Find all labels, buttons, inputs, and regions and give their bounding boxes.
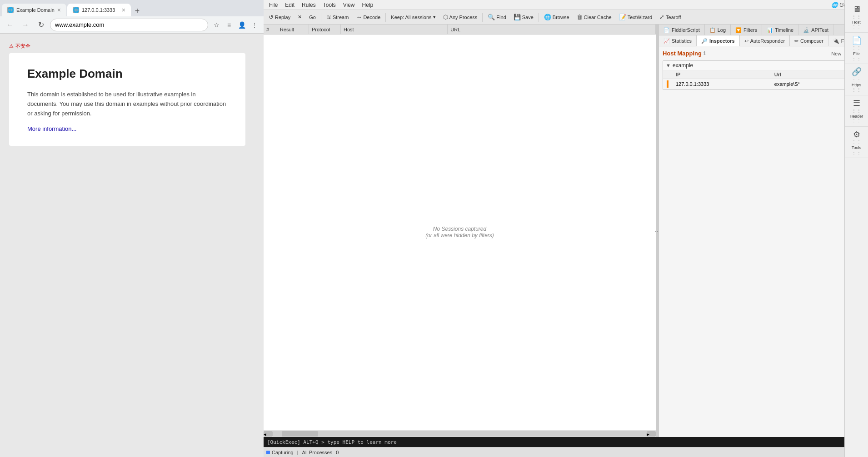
bottom-tabs-row: 📈 Statistics 🔎 Inspectors ↩ AutoResponde… [659,35,868,46]
header-dots2: ⋮⋮ [852,119,862,124]
more-info-link[interactable]: More information... [27,125,76,132]
tab-filters[interactable]: 🔽 Filters [731,25,762,35]
fplug-icon: 🔌 [833,38,839,44]
sidebar-icon-https[interactable]: 🔗 ⋮⋮ Https ⋮⋮ [845,64,868,95]
hm-group: ▼ example IP Url [663,60,864,90]
scroll-track[interactable] [273,431,647,437]
hm-row-ip: 127.0.0.1:3333 [672,79,771,89]
hm-group-toggle[interactable]: ▼ [666,63,671,68]
header-dots: ⋮⋮ [852,108,862,113]
tab-autoresponder[interactable]: ↩ AutoResponder [740,35,790,46]
account-button[interactable]: 👤 [236,20,247,30]
find-button[interactable]: 🔍 Find [484,12,509,23]
stream-icon: ≋ [326,14,331,20]
sessions-scrollbar[interactable]: ◂ ▸ [264,430,656,437]
back-button[interactable]: ← [4,19,16,31]
tab-inspectors[interactable]: 🔎 Inspectors [697,35,740,46]
tab-composer[interactable]: ✏ Composer [790,35,828,46]
decode-icon: ↔ [356,14,362,20]
col-url: URL [448,25,656,34]
text-wizard-button[interactable]: 📝 TextWizard [616,12,655,23]
tab-fiddler-script[interactable]: 📄 FiddlerScript [659,25,705,35]
menu-file[interactable]: File [265,1,281,9]
keep-sessions-button[interactable]: Keep: All sessions ▾ [388,12,439,23]
separator-2 [385,13,386,22]
replay-button[interactable]: ↺ Replay [265,12,294,23]
sidebar-icon-file[interactable]: 📄 ⋮⋮ File ⋮⋮ [845,33,868,64]
menu-tools[interactable]: Tools [319,1,339,9]
close-replay-button[interactable]: ✕ [294,12,305,23]
file-label: File [853,51,860,56]
browser-tab-2[interactable]: 🌐 127.0.0.1:3333 × [67,4,131,16]
menu-edit[interactable]: Edit [281,1,298,9]
sidebar-icon-tools[interactable]: ⚙ ⋮⋮ Tools ⋮⋮ [845,127,868,158]
tab-timeline[interactable]: 📊 Timeline [762,25,798,35]
browser-tab-1[interactable]: 🌐 Example Domain × [2,4,66,16]
header-icon: ☰ [853,98,860,108]
tab-statistics[interactable]: 📈 Statistics [659,35,697,46]
sidebar-icon-header[interactable]: ☰ ⋮⋮ Header ⋮⋮ [845,95,868,127]
menu-button[interactable]: ⋮ [249,20,260,30]
sessions-header: # Result Protocol Host URL [264,25,656,35]
new-tab-button[interactable]: + [132,5,143,16]
warning-text: 不安全 [15,43,30,50]
https-dots: ⋮⋮ [852,77,862,82]
process-label: All Processes [302,450,333,455]
scroll-thumb[interactable] [282,431,318,437]
menu-rules[interactable]: Rules [298,1,319,9]
scroll-right[interactable]: ▸ [647,431,656,437]
clear-cache-button[interactable]: 🗑 Clear Cache [574,12,615,23]
hm-new-button[interactable]: New [831,51,841,56]
right-panel: 📄 FiddlerScript 📋 Log 🔽 Filters 📊 Timeli… [659,25,868,437]
toolbar-actions: ☆ ≡ 👤 ⋮ [211,20,260,30]
fiddler-menu: File Edit Rules Tools View Help 🌐 GeoEdg… [264,0,868,10]
separator-3 [482,13,483,22]
menu-help[interactable]: Help [359,1,377,9]
tearoff-icon: ⤢ [659,14,664,20]
find-icon: 🔍 [488,14,495,20]
reload-button[interactable]: ↻ [35,19,47,31]
tab-apitest[interactable]: 🔬 APITest [798,25,833,35]
page-card: Example Domain This domain is establishe… [9,53,245,146]
tab-close-1[interactable]: × [57,6,61,14]
tab-favicon-1: 🌐 [7,7,14,13]
capturing-label: Capturing [272,450,294,455]
fiddler-pane: File Edit Rules Tools View Help 🌐 GeoEdg… [264,0,868,457]
hm-header: Host Mapping ℹ New Disabled [663,50,864,57]
right-sidebar: 🖥 ⋮⋮ Host ⋮⋮ 📄 ⋮⋮ File ⋮⋮ 🔗 ⋮⋮ Https ⋮⋮ … [844,25,868,437]
scroll-left[interactable]: ◂ [264,431,273,437]
browser-tabs: 🌐 Example Domain × 🌐 127.0.0.1:3333 × + [0,0,264,16]
separator-4 [539,13,539,22]
capture-indicator [266,451,270,454]
browse-button[interactable]: 🌐 Browse [541,12,573,23]
hm-col-indicator [663,70,672,79]
forward-button[interactable]: → [19,19,32,31]
save-button[interactable]: 💾 Save [510,12,537,23]
fiddler-content: # Result Protocol Host URL No Sessions c… [264,25,868,437]
hm-table-row[interactable]: 127.0.0.1:3333 example\S* ✓ [663,79,864,89]
go-button[interactable]: Go [306,12,319,23]
status-separator: | [297,450,299,455]
tab-log[interactable]: 📋 Log [705,25,731,35]
chevron-down-icon: ▾ [433,14,436,20]
process-icon: ⬡ [443,14,448,20]
page-heading: Example Domain [27,67,227,81]
tearoff-button[interactable]: ⤢ Tearoff [656,12,684,23]
quickexec-bar[interactable]: [QuickExec] ALT+Q > type HELP to learn m… [264,437,868,447]
any-process-button[interactable]: ⬡ Any Process [440,12,481,23]
address-bar[interactable] [50,19,208,31]
bookmark-button[interactable]: ☆ [211,20,222,30]
reader-button[interactable]: ≡ [224,20,234,30]
hm-col-ip: IP [672,70,771,79]
sessions-panel: # Result Protocol Host URL No Sessions c… [264,25,656,437]
stream-button[interactable]: ≋ Stream [323,12,352,23]
fiddler-toolbar: ↺ Replay ✕ Go ≋ Stream ↔ Decode Keep: Al… [264,10,868,25]
decode-button[interactable]: ↔ Decode [353,12,384,23]
tab-close-2[interactable]: × [122,6,125,14]
browse-icon: 🌐 [544,14,551,20]
status-capture: Capturing [266,450,294,455]
tools-dots2: ⋮⋮ [852,150,862,155]
sidebar-icon-host[interactable]: 🖥 ⋮⋮ Host ⋮⋮ [845,25,868,33]
menu-view[interactable]: View [339,1,359,9]
page-body: This domain is established to be used fo… [27,90,227,118]
